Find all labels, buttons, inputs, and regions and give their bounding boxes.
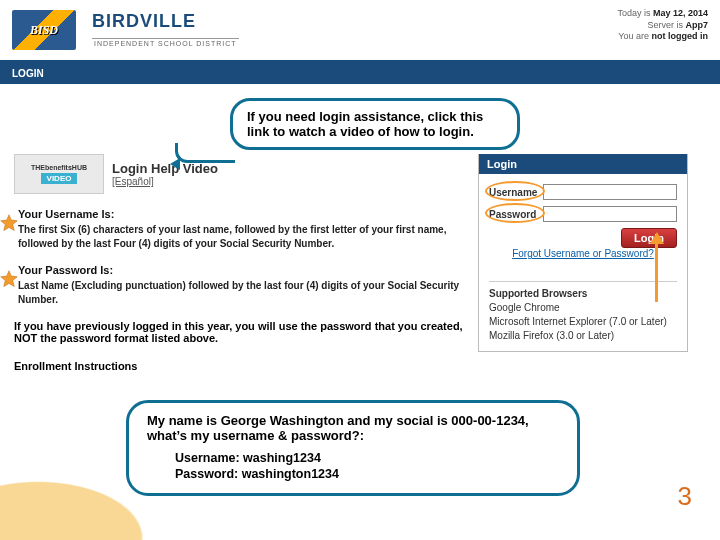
login-help-video-block: THEbenefitsHUB VIDEO Login Help Video [E…: [14, 154, 474, 194]
svg-marker-1: [1, 271, 18, 287]
arrow-to-login-button: [655, 242, 658, 302]
password-body: Last Name (Excluding punctuation) follow…: [18, 279, 474, 306]
tab-bar: LOGIN: [0, 62, 720, 84]
status-date: May 12, 2014: [653, 8, 708, 18]
example-question: My name is George Washington and my soci…: [147, 413, 559, 443]
district-subtitle: INDEPENDENT SCHOOL DISTRICT: [92, 38, 239, 48]
espanol-link[interactable]: [Español]: [112, 176, 218, 187]
enrollment-instructions-heading: Enrollment Instructions: [14, 360, 474, 372]
status-block: Today is May 12, 2014 Server is App7 You…: [617, 8, 708, 43]
callout-arrow-to-video: [175, 143, 235, 163]
district-logo-text: BIRDVILLE INDEPENDENT SCHOOL DISTRICT: [92, 11, 239, 50]
status-login: not logged in: [652, 31, 709, 41]
benefits-hub-video-badge[interactable]: THEbenefitsHUB VIDEO: [14, 154, 104, 194]
badge-line1: THEbenefitsHUB: [31, 164, 87, 171]
username-row: Username: [489, 184, 677, 200]
star-icon: [0, 214, 18, 232]
example-username: Username: washing1234: [147, 451, 559, 465]
browsers-heading: Supported Browsers: [489, 281, 677, 299]
callout-example: My name is George Washington and my soci…: [126, 400, 580, 496]
badge-line2: VIDEO: [41, 173, 78, 184]
password-row: Password: [489, 206, 677, 222]
previous-login-note: If you have previously logged in this ye…: [14, 320, 474, 344]
callout-login-help-text: If you need login assistance, click this…: [247, 109, 483, 139]
svg-marker-0: [1, 215, 18, 231]
username-input[interactable]: [543, 184, 677, 200]
password-input[interactable]: [543, 206, 677, 222]
status-date-label: Today is: [617, 8, 650, 18]
previous-login-text: If you have previously logged in this ye…: [14, 320, 474, 344]
bisd-logo: [12, 10, 76, 50]
login-box-title: Login: [479, 154, 687, 174]
tab-login[interactable]: LOGIN: [12, 68, 44, 79]
district-name: BIRDVILLE: [92, 11, 239, 32]
page-number: 3: [678, 481, 692, 512]
callout-login-help: If you need login assistance, click this…: [230, 98, 520, 150]
password-info: Your Password Is: Last Name (Excluding p…: [14, 264, 474, 306]
header: BIRDVILLE INDEPENDENT SCHOOL DISTRICT To…: [0, 0, 720, 62]
status-login-label: You are: [618, 31, 649, 41]
browser-ie: Microsoft Internet Explorer (7.0 or Late…: [489, 316, 677, 327]
password-label: Password: [489, 209, 543, 220]
example-password: Password: washington1234: [147, 467, 559, 481]
browser-firefox: Mozilla Firefox (3.0 or Later): [489, 330, 677, 341]
username-info: Your Username Is: The first Six (6) char…: [14, 208, 474, 250]
star-icon: [0, 270, 18, 288]
username-body: The first Six (6) characters of your las…: [18, 223, 474, 250]
status-server-label: Server is: [647, 20, 683, 30]
status-server: App7: [686, 20, 709, 30]
callout-arrowhead: [170, 158, 180, 170]
username-heading: Your Username Is:: [18, 208, 474, 220]
forgot-link[interactable]: Forgot Username or Password?: [489, 248, 677, 259]
username-label: Username: [489, 187, 543, 198]
login-help-video-title: Login Help Video: [112, 161, 218, 176]
password-heading: Your Password Is:: [18, 264, 474, 276]
browser-chrome: Google Chrome: [489, 302, 677, 313]
